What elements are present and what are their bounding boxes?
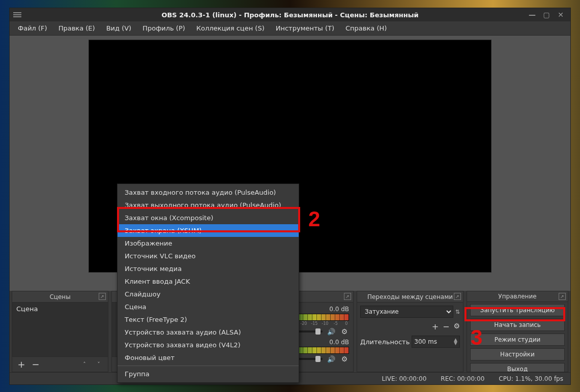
ctx-item-v4l2-capture[interactable]: Устройство захвата видео (V4L2) — [118, 339, 299, 351]
dock-scenes-title: Сцены — [49, 293, 70, 300]
transition-select[interactable]: Затухание — [360, 306, 453, 318]
add-source-context-menu: Захват входного потока аудио (PulseAudio… — [117, 184, 299, 383]
start-recording-button[interactable]: Начать запись — [470, 319, 565, 331]
speaker-icon[interactable]: 🔊 — [327, 328, 336, 336]
scenes-list[interactable]: Сцена — [12, 303, 108, 356]
dock-popout-icon[interactable]: ↗ — [454, 293, 461, 300]
menubar: Файл (F) Правка (E) Вид (V) Профиль (P) … — [10, 21, 570, 36]
menu-scene-collection[interactable]: Коллекция сцен (S) — [191, 22, 270, 34]
ctx-item-window-capture[interactable]: Захват окна (Xcomposite) — [118, 212, 299, 224]
start-streaming-button[interactable]: Запустить трансляцию — [470, 304, 565, 316]
ctx-item-jack-client[interactable]: Клиент ввода JACK — [118, 275, 299, 288]
speaker-icon[interactable]: 🔊 — [327, 355, 336, 363]
status-rec: REC: 00:00:00 — [441, 375, 484, 382]
track-db: 0.0 dB — [329, 306, 349, 313]
scene-down-button[interactable]: ˅ — [94, 361, 104, 368]
ctx-item-alsa-capture[interactable]: Устройство захвата аудио (ALSA) — [118, 326, 299, 339]
transition-settings-button[interactable]: ⚙ — [453, 322, 460, 331]
status-live: LIVE: 00:00:00 — [382, 375, 427, 382]
ctx-item-audio-output[interactable]: Захват выходного потока аудио (PulseAudi… — [118, 199, 299, 212]
ctx-item-screen-capture[interactable]: Захват экрана (XSHM) — [118, 224, 299, 237]
app-menu-icon[interactable] — [13, 10, 22, 19]
maximize-button[interactable]: ▢ — [543, 11, 550, 18]
studio-mode-button[interactable]: Режим студии — [470, 334, 565, 346]
track-db: 0.0 dB — [329, 339, 349, 346]
ctx-separator — [118, 366, 299, 366]
titlebar: OBS 24.0.3-1 (linux) - Профиль: Безымянн… — [10, 8, 570, 21]
ctx-item-media-source[interactable]: Источник медиа — [118, 262, 299, 275]
minimize-button[interactable]: — — [529, 11, 536, 18]
ctx-item-vlc-source[interactable]: Источник VLC видео — [118, 250, 299, 262]
window-title: OBS 24.0.3-1 (linux) - Профиль: Безымянн… — [161, 11, 418, 19]
select-arrows-icon: ⇅ — [455, 309, 460, 315]
track-settings-icon[interactable]: ⚙ — [340, 327, 349, 336]
ctx-item-audio-input[interactable]: Захват входного потока аудио (PulseAudio… — [118, 186, 299, 199]
settings-button[interactable]: Настройки — [470, 348, 565, 360]
menu-help[interactable]: Справка (H) — [340, 22, 392, 34]
ctx-item-slideshow[interactable]: Слайдшоу — [118, 288, 299, 300]
close-button[interactable]: ✕ — [557, 11, 564, 18]
scene-remove-button[interactable]: − — [31, 359, 41, 370]
dock-controls-title: Управление — [498, 293, 536, 300]
ctx-item-image[interactable]: Изображение — [118, 237, 299, 250]
exit-button[interactable]: Выход — [470, 363, 565, 372]
duration-spinbox[interactable]: 300 ms ▲▼ — [412, 336, 460, 348]
ctx-item-text[interactable]: Текст (FreeType 2) — [118, 313, 299, 326]
transition-remove-button[interactable]: − — [443, 322, 449, 331]
scene-add-button[interactable]: + — [16, 359, 26, 370]
menu-edit[interactable]: Правка (E) — [53, 22, 100, 34]
ctx-item-color-source[interactable]: Фоновый цвет — [118, 351, 299, 364]
ctx-item-group[interactable]: Группа — [118, 368, 299, 380]
status-cpu: CPU: 1.1%, 30.00 fps — [499, 375, 563, 382]
dock-scenes: Сцены ↗ Сцена + − ˄ ˅ — [12, 291, 108, 372]
dock-controls: Управление ↗ Запустить трансляцию Начать… — [467, 291, 568, 372]
menu-profile[interactable]: Профиль (P) — [137, 22, 190, 34]
menu-view[interactable]: Вид (V) — [101, 22, 137, 34]
scene-item[interactable]: Сцена — [13, 304, 107, 314]
transition-add-button[interactable]: + — [432, 322, 439, 331]
dock-transitions-title: Переходы между сценами — [367, 293, 453, 300]
dock-transitions: Переходы между сценами ↗ Затухание ⇅ + −… — [357, 291, 463, 372]
ctx-item-scene[interactable]: Сцена — [118, 300, 299, 313]
duration-label: Длительность — [360, 338, 410, 346]
track-settings-icon[interactable]: ⚙ — [340, 355, 349, 363]
dock-popout-icon[interactable]: ↗ — [99, 293, 106, 300]
dock-popout-icon[interactable]: ↗ — [559, 293, 566, 300]
scene-up-button[interactable]: ˄ — [79, 361, 90, 368]
menu-file[interactable]: Файл (F) — [13, 22, 52, 34]
dock-popout-icon[interactable]: ↗ — [344, 293, 351, 300]
app-window: OBS 24.0.3-1 (linux) - Профиль: Безымянн… — [9, 8, 571, 385]
menu-tools[interactable]: Инструменты (T) — [271, 22, 339, 34]
